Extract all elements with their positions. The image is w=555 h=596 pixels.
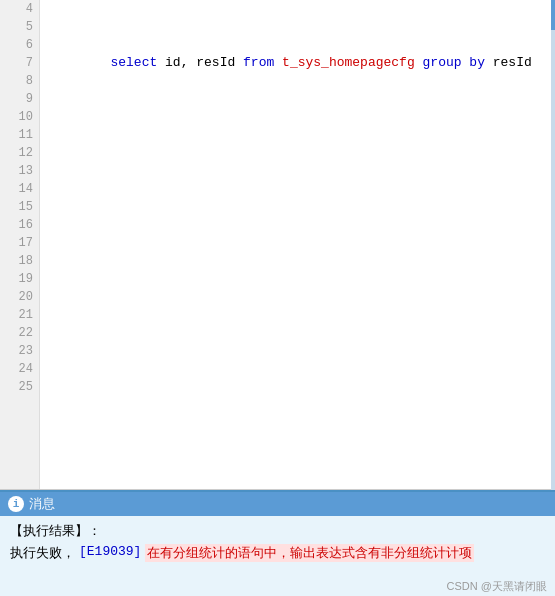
- message-line1: 【执行结果】：: [10, 522, 545, 540]
- line-num-18: 18: [0, 252, 39, 270]
- line-num-8: 8: [0, 72, 39, 90]
- line-num-23: 23: [0, 342, 39, 360]
- line-num-9: 9: [0, 90, 39, 108]
- line-num-17: 17: [0, 234, 39, 252]
- watermark: CSDN @天黑请闭眼: [0, 577, 555, 596]
- line-num-19: 19: [0, 270, 39, 288]
- code-line-25: [48, 378, 547, 396]
- code-line-12: [48, 144, 547, 162]
- line-num-7: 7: [0, 54, 39, 72]
- line-num-25: 25: [0, 378, 39, 396]
- code-line-5: [48, 18, 547, 36]
- error-description: 在有分组统计的语句中，输出表达式含有非分组统计计项: [145, 544, 474, 562]
- line-numbers: 4 5 6 7 8 9 10 11 12 13 14 15 16 17 18 1…: [0, 0, 40, 489]
- error-prefix: 执行失败，: [10, 544, 75, 562]
- code-line-6: select id, resId from t_sys_homepagecfg …: [48, 36, 547, 54]
- code-line-24: [48, 360, 547, 378]
- message-line2: 执行失败， [E19039] 在有分组统计的语句中，输出表达式含有非分组统计计项: [10, 544, 545, 562]
- code-content[interactable]: select id, resId from t_sys_homepagecfg …: [40, 0, 555, 489]
- code-line-20: [48, 288, 547, 306]
- line-num-6: 6: [0, 36, 39, 54]
- code-editor[interactable]: 4 5 6 7 8 9 10 11 12 13 14 15 16 17 18 1…: [0, 0, 555, 490]
- line-num-16: 16: [0, 216, 39, 234]
- line-num-5: 5: [0, 18, 39, 36]
- code-line-10: [48, 108, 547, 126]
- scrollbar-track[interactable]: [551, 0, 555, 490]
- table-identifier: t_sys_homepagecfg: [282, 55, 415, 70]
- code-line-23: [48, 342, 547, 360]
- message-panel: i 消息 【执行结果】： 执行失败， [E19039] 在有分组统计的语句中，输…: [0, 490, 555, 596]
- keyword-group: group: [423, 55, 462, 70]
- code-line-19: [48, 270, 547, 288]
- code-line-22: [48, 324, 547, 342]
- line-num-22: 22: [0, 324, 39, 342]
- line-num-11: 11: [0, 126, 39, 144]
- code-line-17: [48, 234, 547, 252]
- message-header: i 消息: [0, 492, 555, 516]
- code-line-13: [48, 162, 547, 180]
- line-num-4: 4: [0, 0, 39, 18]
- code-line-16: [48, 216, 547, 234]
- code-line-9: [48, 90, 547, 108]
- line-num-14: 14: [0, 180, 39, 198]
- keyword-from: from: [243, 55, 274, 70]
- line-num-10: 10: [0, 108, 39, 126]
- line-num-12: 12: [0, 144, 39, 162]
- message-header-title: 消息: [29, 495, 55, 513]
- line-num-24: 24: [0, 360, 39, 378]
- code-line-8: [48, 72, 547, 90]
- code-line-14: [48, 180, 547, 198]
- keyword-select: select: [110, 55, 157, 70]
- code-line-15: [48, 198, 547, 216]
- scrollbar-thumb[interactable]: [551, 0, 555, 30]
- code-line-18: [48, 252, 547, 270]
- message-content: 【执行结果】： 执行失败， [E19039] 在有分组统计的语句中，输出表达式含…: [0, 516, 555, 577]
- line-num-20: 20: [0, 288, 39, 306]
- error-code: [E19039]: [79, 544, 141, 559]
- line-num-15: 15: [0, 198, 39, 216]
- code-line-21: [48, 306, 547, 324]
- line-num-13: 13: [0, 162, 39, 180]
- code-line-4: [48, 0, 547, 18]
- code-line-11: [48, 126, 547, 144]
- line-num-21: 21: [0, 306, 39, 324]
- keyword-by: by: [469, 55, 485, 70]
- info-icon: i: [8, 496, 24, 512]
